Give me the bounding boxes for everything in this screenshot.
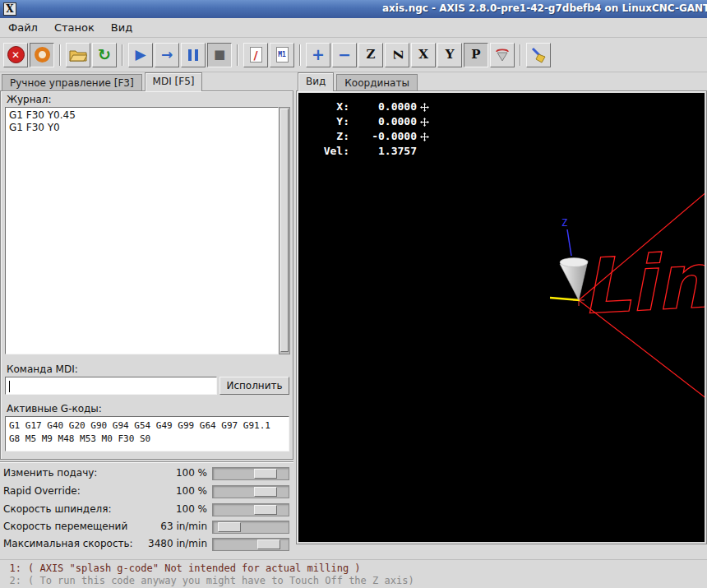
- menubar: Файл Станок Вид: [0, 18, 707, 38]
- x-logo-icon: X: [6, 3, 13, 15]
- slider-handle[interactable]: [254, 469, 277, 479]
- mdi-command-label: Команда MDI:: [7, 363, 78, 375]
- mdi-panel: Журнал: G1 F30 Y0.45 G1 F30 Y0 Команда M…: [0, 90, 293, 460]
- dro-x-label: X:: [312, 100, 349, 114]
- run-icon: ▶: [135, 48, 146, 62]
- run-from-line-button[interactable]: →: [155, 43, 179, 67]
- estop-button[interactable]: ✕: [3, 43, 28, 67]
- toolbar-separator: [122, 44, 123, 66]
- toolbar: ✕ ↻ ▶ → ■: [0, 38, 707, 72]
- preview-panel: LinuxCNC Z X: 0.0000: [296, 90, 707, 544]
- text-caret: [9, 381, 10, 392]
- history-scrollbar[interactable]: [279, 107, 290, 354]
- pause-icon: [187, 49, 200, 61]
- z-axis-label: Z: [561, 217, 567, 229]
- max-velocity-label: Максимальная скорость:: [3, 538, 133, 549]
- open-file-button[interactable]: [66, 43, 90, 67]
- line-text: ( AXIS "splash g-code" Not intended for …: [28, 563, 361, 575]
- line-number: 2:: [0, 575, 21, 587]
- mdi-history-box[interactable]: G1 F30 Y0.45 G1 F30 Y0: [5, 107, 279, 354]
- view-perspective-button[interactable]: P: [464, 43, 488, 67]
- optional-pause-button[interactable]: M1: [270, 43, 294, 67]
- skip-lines-icon: /: [250, 47, 262, 63]
- rapid-override-value: 100 %: [123, 485, 207, 497]
- open-folder-icon: [69, 48, 87, 62]
- view-x-icon: X: [418, 49, 428, 61]
- toolbar-separator: [237, 44, 238, 66]
- titlebar[interactable]: X axis.ngc - AXIS 2.8.0-pre1-42-g7dbefb4…: [0, 0, 707, 18]
- jog-speed-row: Скорость перемещений 63 in/min: [0, 519, 293, 535]
- gcodes-line: G1 G17 G40 G20 G90 G94 G54 G49 G99 G64 G…: [9, 419, 285, 433]
- dro-y-row: Y: 0.0000: [312, 114, 429, 129]
- rapid-override-slider[interactable]: [212, 485, 289, 498]
- homed-icon: [420, 118, 429, 127]
- zoom-in-button[interactable]: +: [306, 43, 330, 67]
- run-from-line-icon: →: [161, 48, 173, 62]
- spindle-override-row: Скорость шпинделя: 100 %: [0, 502, 293, 518]
- slider-handle[interactable]: [254, 505, 277, 515]
- gcode-line-1[interactable]: 1: ( AXIS "splash g-code" Not intended f…: [0, 563, 707, 575]
- spindle-override-value: 100 %: [123, 503, 207, 515]
- jog-speed-label: Скорость перемещений: [3, 521, 127, 532]
- stop-icon: ■: [214, 49, 225, 61]
- run-button[interactable]: ▶: [128, 43, 153, 67]
- reload-file-button[interactable]: ↻: [92, 43, 117, 67]
- zoom-out-icon: −: [338, 47, 351, 63]
- spindle-override-label: Скорость шпинделя:: [3, 503, 111, 515]
- window-title: axis.ngc - AXIS 2.8.0-pre1-42-g7dbefb4 o…: [382, 2, 707, 14]
- view-x-button[interactable]: X: [411, 43, 436, 67]
- scrollbar-thumb[interactable]: [280, 109, 289, 352]
- jog-speed-value: 63 in/min: [123, 521, 207, 532]
- stop-button[interactable]: ■: [207, 43, 232, 67]
- slider-handle[interactable]: [254, 487, 277, 497]
- view-perspective-icon: P: [471, 49, 480, 61]
- dro-readout: X: 0.0000 Y: 0.0000: [312, 100, 429, 159]
- tab-manual-control[interactable]: Ручное управление [F3]: [2, 74, 142, 91]
- active-gcodes-box: G1 G17 G40 G20 G90 G94 G54 G49 G99 G64 G…: [5, 416, 289, 451]
- mdi-go-button[interactable]: Исполнить: [219, 377, 289, 395]
- jog-speed-slider[interactable]: [212, 521, 289, 534]
- view-z-rotated-icon: Z: [390, 50, 403, 59]
- preview-canvas[interactable]: LinuxCNC Z X: 0.0000: [298, 93, 705, 542]
- homed-icon: [420, 103, 429, 112]
- toolbar-separator: [59, 44, 61, 66]
- tool-cone-top: [560, 258, 588, 267]
- gcode-preview-scene: LinuxCNC Z: [298, 93, 705, 542]
- mdi-command-input[interactable]: [7, 379, 215, 392]
- feed-override-slider[interactable]: [212, 467, 289, 480]
- menu-view[interactable]: Вид: [103, 19, 141, 36]
- right-notebook-tabs: Вид Координаты: [298, 72, 420, 91]
- spindle-override-slider[interactable]: [212, 503, 289, 516]
- menu-file[interactable]: Файл: [0, 19, 46, 36]
- view-z-rotated-button[interactable]: Z: [385, 43, 409, 67]
- pause-button[interactable]: [181, 43, 206, 67]
- tab-mdi[interactable]: MDI [F5]: [145, 72, 203, 91]
- slider-handle[interactable]: [257, 539, 280, 549]
- max-velocity-row: Максимальная скорость: 3480 in/min: [0, 536, 293, 553]
- max-velocity-slider[interactable]: [212, 538, 289, 551]
- menu-machine[interactable]: Станок: [46, 19, 103, 36]
- view-y-button[interactable]: Y: [437, 43, 462, 67]
- z-axis-line: [567, 229, 571, 256]
- tab-dro[interactable]: Координаты: [336, 74, 418, 91]
- dro-z-label: Z:: [312, 129, 349, 144]
- dro-vel-value: 1.3757: [349, 144, 417, 159]
- optional-pause-icon: M1: [276, 47, 289, 63]
- view-z-button[interactable]: Z: [358, 43, 383, 67]
- zoom-out-button[interactable]: −: [332, 43, 357, 67]
- rotate-view-button[interactable]: [490, 43, 515, 67]
- mdi-command-input-box[interactable]: [5, 377, 217, 395]
- machine-power-button[interactable]: [30, 43, 54, 67]
- slider-handle[interactable]: [218, 522, 241, 532]
- mdi-command-row: Исполнить: [1, 377, 294, 396]
- clear-plot-button[interactable]: [526, 43, 551, 67]
- rapid-override-label: Rapid Override:: [3, 485, 81, 497]
- estop-icon: ✕: [7, 46, 25, 63]
- window-menu-icon[interactable]: X: [3, 2, 16, 16]
- tab-preview[interactable]: Вид: [298, 72, 334, 91]
- machine-power-icon: [35, 47, 50, 63]
- dro-y-label: Y:: [312, 114, 349, 129]
- dro-vel-row: Vel: 1.3757: [312, 144, 429, 159]
- gcode-line-2[interactable]: 2: ( To run this code anyway you might h…: [0, 575, 707, 587]
- skip-lines-button[interactable]: /: [243, 43, 268, 67]
